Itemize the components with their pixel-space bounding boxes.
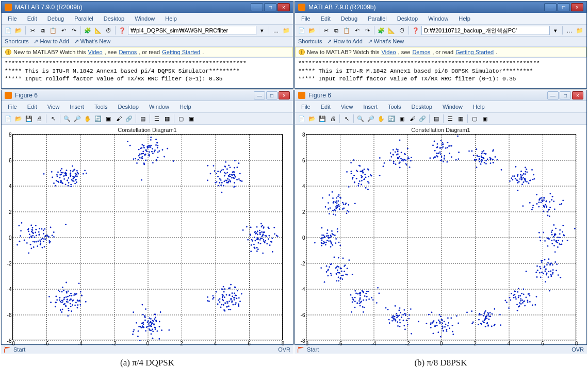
figmenu-file[interactable]: File bbox=[297, 103, 315, 111]
profiler-icon[interactable]: ⏱ bbox=[397, 26, 406, 35]
figmenu-edit[interactable]: Edit bbox=[23, 103, 41, 111]
simulink-icon[interactable]: 🧩 bbox=[377, 26, 386, 35]
current-folder-input[interactable] bbox=[421, 26, 550, 35]
open-icon[interactable]: 📂 bbox=[14, 26, 23, 35]
data-cursor-icon[interactable]: ▣ bbox=[104, 114, 113, 123]
menu-debug[interactable]: Debug bbox=[43, 14, 68, 23]
zoom-out-icon[interactable]: 🔎 bbox=[366, 114, 375, 123]
start-button[interactable]: Start bbox=[307, 346, 319, 353]
simulink-icon[interactable]: 🧩 bbox=[83, 26, 92, 35]
profiler-icon[interactable]: ⏱ bbox=[104, 26, 113, 35]
print-icon[interactable]: 🖨 bbox=[328, 114, 337, 123]
video-link[interactable]: Video bbox=[382, 49, 396, 55]
paste-icon[interactable]: 📋 bbox=[48, 26, 58, 35]
up-folder-icon[interactable]: 📁 bbox=[282, 26, 291, 35]
open-icon[interactable]: 📂 bbox=[307, 114, 317, 123]
figmenu-file[interactable]: File bbox=[4, 103, 21, 111]
figmenu-view[interactable]: View bbox=[337, 103, 357, 111]
menu-window[interactable]: Window bbox=[424, 14, 452, 23]
guide-icon[interactable]: 📐 bbox=[93, 26, 103, 35]
browse-folder-icon[interactable]: … bbox=[565, 26, 574, 35]
menu-parallel[interactable]: Parallel bbox=[70, 14, 97, 23]
copy-icon[interactable]: ⧉ bbox=[332, 26, 341, 35]
open-icon[interactable]: 📂 bbox=[14, 114, 23, 123]
insert-legend-icon[interactable]: ☰ bbox=[446, 114, 455, 123]
new-file-icon[interactable]: 📄 bbox=[297, 26, 306, 35]
undo-icon[interactable]: ↶ bbox=[59, 26, 68, 35]
new-figure-icon[interactable]: 📄 bbox=[4, 114, 13, 123]
figmenu-desktop[interactable]: Desktop bbox=[114, 103, 143, 111]
rotate-icon[interactable]: 🔄 bbox=[93, 114, 103, 123]
browse-folder-icon[interactable]: … bbox=[271, 26, 281, 35]
figmenu-window[interactable]: Window bbox=[145, 103, 173, 111]
axes[interactable]: -8-6-4-202468-8-6-4-202468 bbox=[306, 134, 576, 340]
cut-icon[interactable]: ✂ bbox=[28, 26, 37, 35]
brush-icon[interactable]: 🖌 bbox=[114, 114, 123, 123]
close-button[interactable]: × bbox=[277, 3, 290, 11]
cut-icon[interactable]: ✂ bbox=[321, 26, 331, 35]
fig-minimize-button[interactable]: — bbox=[254, 91, 265, 99]
menu-window[interactable]: Window bbox=[130, 14, 159, 23]
figmenu-edit[interactable]: Edit bbox=[317, 103, 335, 111]
brush-icon[interactable]: 🖌 bbox=[407, 114, 417, 123]
pointer-icon[interactable]: ↖ bbox=[48, 114, 58, 123]
fig-close-button[interactable]: × bbox=[572, 91, 583, 99]
path-dropdown-icon[interactable]: ▾ bbox=[257, 26, 267, 35]
pan-icon[interactable]: ✋ bbox=[377, 114, 386, 123]
demos-link[interactable]: Demos bbox=[412, 49, 430, 55]
getting-started-link[interactable]: Getting Started bbox=[162, 49, 200, 55]
help-icon[interactable]: ❓ bbox=[118, 26, 127, 35]
fig-close-button[interactable]: × bbox=[279, 91, 290, 99]
insert-legend-icon[interactable]: ☰ bbox=[152, 114, 161, 123]
show-plot-tools-icon[interactable]: ▦ bbox=[162, 114, 172, 123]
path-dropdown-icon[interactable]: ▾ bbox=[551, 26, 560, 35]
menu-desktop[interactable]: Desktop bbox=[100, 14, 128, 23]
dock-icon[interactable]: ▣ bbox=[187, 114, 196, 123]
getting-started-link[interactable]: Getting Started bbox=[455, 49, 494, 55]
maximize-button[interactable]: □ bbox=[264, 3, 276, 11]
fig-maximize-button[interactable]: □ bbox=[266, 91, 277, 99]
up-folder-icon[interactable]: 📁 bbox=[575, 26, 584, 35]
shortcut-item[interactable]: ↗ How to Add bbox=[34, 38, 69, 45]
demos-link[interactable]: Demos bbox=[119, 49, 137, 55]
save-icon[interactable]: 💾 bbox=[24, 114, 34, 123]
figmenu-help[interactable]: Help bbox=[469, 103, 489, 111]
paste-icon[interactable]: 📋 bbox=[342, 26, 351, 35]
menu-help[interactable]: Help bbox=[454, 14, 475, 23]
minimize-button[interactable]: — bbox=[251, 3, 263, 11]
axes[interactable]: -8-6-4-202468-8-6-4-202468 bbox=[12, 134, 283, 340]
link-icon[interactable]: 🔗 bbox=[418, 114, 427, 123]
undo-icon[interactable]: ↶ bbox=[352, 26, 362, 35]
figmenu-window[interactable]: Window bbox=[438, 103, 467, 111]
zoom-in-icon[interactable]: 🔍 bbox=[62, 114, 72, 123]
open-icon[interactable]: 📂 bbox=[307, 26, 317, 35]
figmenu-help[interactable]: Help bbox=[175, 103, 195, 111]
figmenu-tools[interactable]: Tools bbox=[384, 103, 405, 111]
video-link[interactable]: Video bbox=[88, 49, 103, 55]
menu-file[interactable]: File bbox=[4, 14, 21, 23]
close-button[interactable]: × bbox=[571, 3, 583, 11]
shortcut-item[interactable]: ↗ What's New bbox=[368, 38, 404, 45]
menu-parallel[interactable]: Parallel bbox=[364, 14, 391, 23]
show-plot-tools-icon[interactable]: ▦ bbox=[456, 114, 465, 123]
menu-desktop[interactable]: Desktop bbox=[393, 14, 422, 23]
minimize-button[interactable]: — bbox=[544, 3, 557, 11]
guide-icon[interactable]: 📐 bbox=[387, 26, 396, 35]
dock-icon[interactable]: ▣ bbox=[480, 114, 489, 123]
data-cursor-icon[interactable]: ▣ bbox=[397, 114, 406, 123]
menu-help[interactable]: Help bbox=[161, 14, 181, 23]
print-icon[interactable]: 🖨 bbox=[35, 114, 44, 123]
save-icon[interactable]: 💾 bbox=[318, 114, 327, 123]
pan-icon[interactable]: ✋ bbox=[83, 114, 92, 123]
rotate-icon[interactable]: 🔄 bbox=[387, 114, 396, 123]
copy-icon[interactable]: ⧉ bbox=[38, 26, 47, 35]
menu-edit[interactable]: Edit bbox=[23, 14, 41, 23]
figmenu-tools[interactable]: Tools bbox=[90, 103, 112, 111]
insert-colorbar-icon[interactable]: ▤ bbox=[138, 114, 148, 123]
new-figure-icon[interactable]: 📄 bbox=[297, 114, 306, 123]
redo-icon[interactable]: ↷ bbox=[363, 26, 372, 35]
start-button[interactable]: Start bbox=[13, 346, 25, 353]
figmenu-desktop[interactable]: Desktop bbox=[407, 103, 436, 111]
menu-debug[interactable]: Debug bbox=[337, 14, 362, 23]
redo-icon[interactable]: ↷ bbox=[69, 26, 78, 35]
